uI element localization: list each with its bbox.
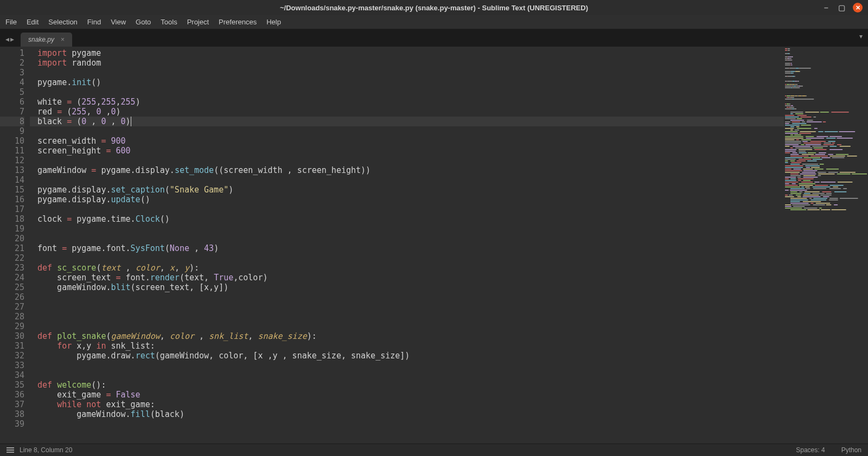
tab-nav-next-icon[interactable]: ▸ [10, 35, 14, 43]
menu-tools[interactable]: Tools [161, 18, 177, 26]
status-indentation[interactable]: Spaces: 4 [796, 446, 825, 454]
menu-file[interactable]: File [5, 18, 17, 26]
menu-preferences[interactable]: Preferences [219, 18, 257, 26]
menu-project[interactable]: Project [187, 18, 209, 26]
line-number-gutter: 1234567891011121314151617181920212223242… [0, 47, 30, 444]
status-syntax[interactable]: Python [841, 446, 861, 454]
maximize-icon[interactable]: ▢ [838, 4, 845, 11]
tab-bar: ◂ ▸ snake.py × ▾ [0, 29, 868, 47]
tab-snake-py[interactable]: snake.py × [21, 33, 72, 47]
editor-area[interactable]: 1234567891011121314151617181920212223242… [0, 47, 868, 444]
window-titlebar: ~/Downloads/snake.py-master/snake.py (sn… [0, 0, 868, 15]
minimize-icon[interactable]: – [822, 4, 830, 11]
menu-view[interactable]: View [111, 18, 126, 26]
tab-overflow-icon[interactable]: ▾ [859, 33, 863, 40]
menu-selection[interactable]: Selection [48, 18, 77, 26]
close-icon[interactable]: ✕ [853, 3, 863, 12]
menu-find[interactable]: Find [87, 18, 101, 26]
window-title: ~/Downloads/snake.py-master/snake.py (sn… [280, 4, 588, 12]
code-text-area[interactable]: import pygameimport random pygame.init()… [30, 47, 784, 444]
tab-nav-prev-icon[interactable]: ◂ [5, 35, 9, 43]
status-cursor-position[interactable]: Line 8, Column 20 [20, 446, 72, 454]
menubar: File Edit Selection Find View Goto Tools… [0, 15, 868, 29]
tab-close-icon[interactable]: × [61, 36, 65, 43]
minimap[interactable] [784, 47, 868, 444]
tab-label: snake.py [28, 36, 54, 43]
menu-edit[interactable]: Edit [27, 18, 39, 26]
status-bar: Line 8, Column 20 Spaces: 4 Python [0, 444, 868, 456]
menu-help[interactable]: Help [266, 18, 281, 26]
sidebar-toggle-icon[interactable] [7, 446, 14, 454]
menu-goto[interactable]: Goto [136, 18, 151, 26]
